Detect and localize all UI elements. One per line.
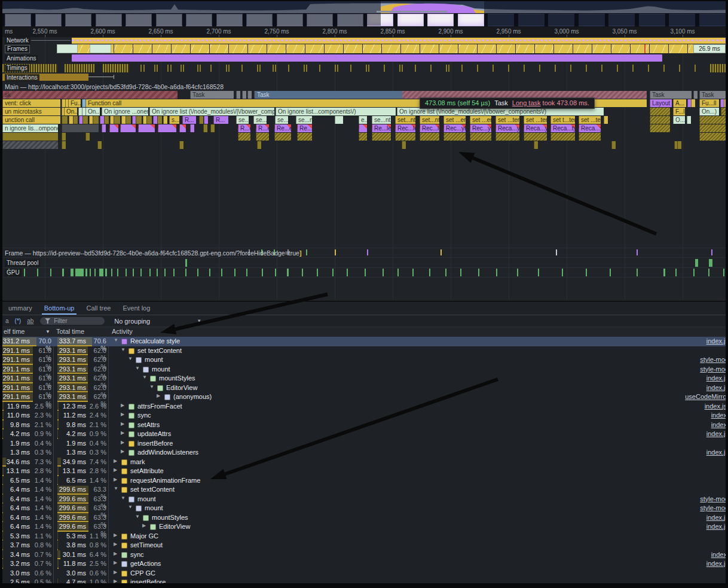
- table-row[interactable]: 291.1 ms61.6 %293.1 ms62.0 %▼EditorViewi…: [2, 383, 726, 393]
- timing-marker[interactable]: [143, 65, 145, 72]
- flame-bar[interactable]: On ignore list...components\/): [276, 108, 396, 115]
- timing-marker[interactable]: [241, 65, 243, 72]
- activity-name[interactable]: EditorView: [159, 523, 190, 530]
- gpu-activity-bar[interactable]: [75, 269, 84, 276]
- flame-bar[interactable]: set...nt: [395, 116, 415, 124]
- table-row[interactable]: 34.6 ms7.3 %34.9 ms7.4 %▶mark: [2, 458, 726, 467]
- flame-bar[interactable]: set ...ent: [470, 116, 491, 124]
- gpu-activity-bar[interactable]: [317, 269, 318, 276]
- flame-bar[interactable]: [190, 124, 194, 132]
- table-row[interactable]: 291.1 ms61.6 %293.1 ms62.0 %▼mountstyle-…: [2, 365, 726, 374]
- table-row[interactable]: 1.3 ms0.3 %1.3 ms0.3 %▶addWindowListener…: [2, 448, 726, 458]
- gpu-activity-bar[interactable]: [209, 269, 210, 276]
- source-link[interactable]: index.js: [706, 560, 728, 567]
- flame-bar[interactable]: Re...le: [297, 124, 312, 132]
- gpu-activity-bar[interactable]: [85, 269, 87, 276]
- flame-bar[interactable]: [62, 133, 66, 141]
- tab-event-log[interactable]: Event log: [117, 302, 156, 315]
- table-row[interactable]: 291.1 ms61.6 %293.1 ms62.0 %▶(anonymous)…: [2, 392, 726, 402]
- filmstrip-thumbnail[interactable]: [427, 14, 454, 26]
- flame-bar[interactable]: set ...ent: [443, 116, 466, 124]
- flame-bar[interactable]: [395, 133, 415, 141]
- thread-pool-activity-bar[interactable]: [709, 259, 712, 267]
- flame-bar[interactable]: se...t: [253, 116, 267, 124]
- gpu-activity-bar[interactable]: [610, 269, 611, 276]
- flame-bar[interactable]: Task: [190, 91, 234, 99]
- expand-triangle-icon[interactable]: ▶: [121, 403, 124, 408]
- timing-marker[interactable]: [228, 65, 230, 72]
- flame-bar[interactable]: sk: [2, 91, 178, 99]
- flame-bar[interactable]: [153, 116, 157, 124]
- gpu-activity-bar[interactable]: [157, 269, 158, 276]
- timing-marker[interactable]: [368, 65, 369, 72]
- gpu-activity-bar[interactable]: [287, 269, 289, 276]
- table-row[interactable]: 6.4 ms1.4 %299.6 ms63.3 %▼mountstyle-mod: [2, 495, 726, 504]
- flame-bar[interactable]: Reca...yle: [495, 124, 519, 132]
- expand-triangle-icon[interactable]: ▶: [121, 440, 124, 445]
- flame-bar[interactable]: se...nt: [296, 116, 312, 124]
- expand-triangle-icon[interactable]: ▶: [121, 449, 124, 454]
- flame-bar[interactable]: [693, 91, 698, 99]
- flame-bar[interactable]: [495, 133, 519, 141]
- flame-bar[interactable]: R...e: [238, 124, 250, 132]
- activity-name[interactable]: setAttribute: [130, 467, 164, 474]
- timing-marker[interactable]: [586, 65, 587, 72]
- tab-summary[interactable]: ummary: [2, 302, 38, 315]
- gpu-activity-bar[interactable]: [478, 269, 479, 276]
- tab-bottom-up[interactable]: Bottom-up: [38, 302, 81, 315]
- column-activity[interactable]: Activity: [112, 328, 133, 335]
- flame-bar[interactable]: [62, 116, 68, 124]
- flame-bar[interactable]: [73, 116, 78, 124]
- flame-bar[interactable]: [699, 124, 727, 132]
- gpu-activity-bar[interactable]: [149, 269, 151, 276]
- flame-bar[interactable]: set ...tent: [579, 116, 601, 124]
- activity-name[interactable]: setAttrs: [137, 421, 160, 428]
- gpu-activity-bar[interactable]: [332, 269, 334, 276]
- collapse-triangle-icon[interactable]: ▼: [121, 495, 126, 501]
- flame-bar[interactable]: [85, 133, 90, 141]
- source-link[interactable]: style-mod: [700, 495, 728, 502]
- flame-bar[interactable]: Rec...yle: [443, 124, 466, 132]
- flame-bar[interactable]: [359, 133, 367, 141]
- source-link[interactable]: useCodeMirror: [685, 393, 728, 400]
- table-row[interactable]: 6.4 ms1.4 %299.6 ms63.3 %▼mountstyle-mod: [2, 504, 726, 513]
- flame-bar[interactable]: [297, 133, 312, 141]
- gpu-activity-bar[interactable]: [62, 269, 64, 276]
- gpu-activity-bar[interactable]: [460, 269, 461, 276]
- flame-bar[interactable]: [274, 133, 291, 141]
- flame-bar[interactable]: [203, 124, 207, 132]
- table-row[interactable]: 291.1 ms61.6 %293.1 ms62.0 %▼mountstyle-…: [2, 355, 726, 365]
- flame-bar[interactable]: On...): [699, 108, 719, 115]
- frames-track-bar[interactable]: [57, 44, 693, 53]
- expand-triangle-icon[interactable]: ▶: [114, 477, 117, 482]
- flame-bar[interactable]: [2, 141, 58, 149]
- gpu-activity-bar[interactable]: [197, 269, 198, 276]
- flame-bar[interactable]: Re...e: [274, 124, 291, 132]
- filmstrip-thumbnail[interactable]: [397, 14, 424, 26]
- activity-name[interactable]: setTimeout: [130, 541, 163, 549]
- flame-bar[interactable]: [158, 124, 176, 132]
- flame-bar[interactable]: Reca...yle: [579, 124, 601, 132]
- flame-bar[interactable]: Re...le: [372, 124, 391, 132]
- track-label-timings[interactable]: Timings: [5, 65, 29, 72]
- flame-bar[interactable]: Fu...ll: [699, 99, 719, 107]
- flame-bar[interactable]: [650, 116, 670, 124]
- regex-icon[interactable]: (*): [15, 318, 22, 324]
- gpu-activity-bar[interactable]: [586, 269, 587, 276]
- gpu-activity-bar[interactable]: [429, 269, 430, 276]
- collapse-triangle-icon[interactable]: ▼: [114, 337, 118, 343]
- track-label-thread-pool[interactable]: Thread pool: [5, 260, 40, 267]
- timing-marker[interactable]: [350, 65, 351, 72]
- source-link[interactable]: index.js: [706, 449, 728, 456]
- column-total-time[interactable]: Total time: [56, 328, 84, 335]
- main-thread-title[interactable]: Main — http://localhost:3000/projects/bd…: [5, 83, 224, 90]
- flame-bar[interactable]: Rec...yle: [470, 124, 491, 132]
- gpu-activity-bar[interactable]: [140, 269, 142, 276]
- animations-track-bar[interactable]: [72, 54, 662, 62]
- sort-descending-icon[interactable]: ▼: [45, 329, 50, 334]
- table-row[interactable]: 331.2 ms70.0 %333.7 ms70.6 %▼Recalculate…: [2, 337, 726, 346]
- source-link[interactable]: index.js: [706, 523, 728, 530]
- table-row[interactable]: 13.1 ms2.8 %13.1 ms2.8 %▶setAttribute: [2, 467, 726, 476]
- flame-bar[interactable]: A...: [673, 99, 686, 107]
- flame-bar[interactable]: e...nt: [359, 116, 367, 124]
